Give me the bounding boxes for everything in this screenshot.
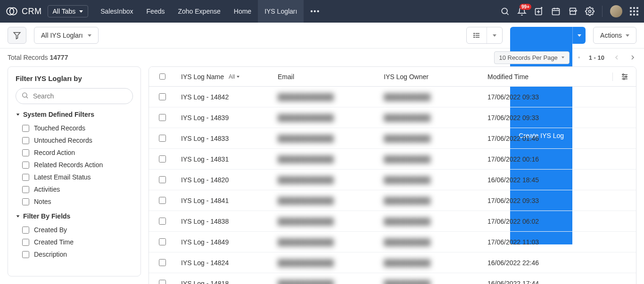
row-checkbox[interactable] xyxy=(159,176,166,183)
table-row[interactable]: IYS Log - 14820██████████████████████16/… xyxy=(149,170,636,190)
nav-item[interactable]: Home xyxy=(227,0,258,23)
filter-checkbox[interactable] xyxy=(22,251,29,258)
filter-checkbox[interactable] xyxy=(22,149,29,156)
calendar-icon[interactable] xyxy=(551,7,561,16)
table-row[interactable]: IYS Log - 14841██████████████████████17/… xyxy=(149,190,636,211)
actions-button[interactable]: Actions xyxy=(593,27,636,44)
filter-search-input[interactable] xyxy=(16,88,133,104)
create-dropdown-button[interactable] xyxy=(572,27,586,44)
filter-toggle-button[interactable] xyxy=(8,27,26,44)
table-row[interactable]: IYS Log - 14818██████████████████████16/… xyxy=(149,273,636,284)
row-checkbox[interactable] xyxy=(159,114,166,121)
row-checkbox[interactable] xyxy=(159,155,166,162)
cell-time: 16/06/2022 17:44 xyxy=(482,280,612,284)
nav-item[interactable]: Zoho Expense xyxy=(171,0,227,23)
table-row[interactable]: IYS Log - 14849██████████████████████17/… xyxy=(149,232,636,252)
filter-option[interactable]: Notes xyxy=(16,195,133,208)
name-filter-pill[interactable]: All xyxy=(229,73,239,80)
nav-item[interactable]: SalesInbox xyxy=(94,0,140,23)
filter-option[interactable]: Untouched Records xyxy=(16,134,133,146)
create-icon[interactable] xyxy=(534,7,544,16)
cell-owner: ██████████ xyxy=(378,238,482,246)
col-header-time[interactable]: Modified Time xyxy=(482,73,612,81)
cell-time: 17/06/2022 09:33 xyxy=(482,114,612,122)
svg-point-30 xyxy=(623,78,625,80)
filter-checkbox[interactable] xyxy=(22,137,29,144)
filter-checkbox[interactable] xyxy=(22,162,29,169)
cell-email: ████████████ xyxy=(272,135,378,142)
filter-option[interactable]: Created Time xyxy=(16,236,133,248)
cell-name: IYS Log - 14842 xyxy=(175,93,272,101)
cell-email: ████████████ xyxy=(272,280,378,284)
nav-item[interactable]: Feeds xyxy=(140,0,172,23)
row-select-cell xyxy=(149,280,175,284)
filter-checkbox[interactable] xyxy=(22,198,29,205)
row-checkbox[interactable] xyxy=(159,280,166,284)
brand-text: CRM xyxy=(22,7,42,16)
brand-logo-icon xyxy=(6,5,18,17)
table-row[interactable]: IYS Log - 14842██████████████████████17/… xyxy=(149,87,636,107)
marketplace-icon[interactable] xyxy=(568,7,578,16)
row-checkbox[interactable] xyxy=(159,238,166,245)
col-header-name[interactable]: IYS Log Name All xyxy=(175,73,272,81)
settings-icon[interactable] xyxy=(585,7,594,16)
table-row[interactable]: IYS Log - 14838██████████████████████17/… xyxy=(149,211,636,232)
nav-more-button[interactable]: ••• xyxy=(304,8,327,15)
filter-option[interactable]: Related Records Action xyxy=(16,159,133,171)
filter-group-header[interactable]: System Defined Filters xyxy=(16,111,133,118)
cell-owner: ██████████ xyxy=(378,155,482,163)
filter-option[interactable]: Activities xyxy=(16,183,133,195)
cell-email: ████████████ xyxy=(272,155,378,163)
table-settings-button[interactable] xyxy=(612,73,636,81)
brand[interactable]: CRM xyxy=(6,5,42,17)
table-row[interactable]: IYS Log - 14839██████████████████████17/… xyxy=(149,107,636,128)
col-header-email[interactable]: Email xyxy=(272,73,378,81)
cell-time: 17/06/2022 09:33 xyxy=(482,93,612,101)
avatar[interactable] xyxy=(610,5,622,17)
filter-checkbox[interactable] xyxy=(22,227,29,234)
row-checkbox[interactable] xyxy=(159,218,166,225)
table-row[interactable]: IYS Log - 14833██████████████████████17/… xyxy=(149,128,636,149)
records-table: IYS Log Name All Email IYS Log Owner Mod… xyxy=(149,66,636,284)
filter-group-header[interactable]: Filter By Fields xyxy=(16,212,133,220)
filter-checkbox[interactable] xyxy=(22,125,29,132)
caret-down-icon xyxy=(561,57,564,58)
select-all-checkbox[interactable] xyxy=(159,73,165,80)
actions-label: Actions xyxy=(600,32,622,39)
list-layout-button[interactable] xyxy=(467,27,487,43)
svg-line-3 xyxy=(507,13,509,15)
table-row[interactable]: IYS Log - 14831██████████████████████17/… xyxy=(149,149,636,170)
table-row[interactable]: IYS Log - 14824██████████████████████16/… xyxy=(149,252,636,273)
row-checkbox[interactable] xyxy=(159,93,166,100)
filter-option-label: Related Records Action xyxy=(34,161,103,169)
top-nav: CRM All Tabs SalesInboxFeedsZoho Expense… xyxy=(0,0,644,23)
caret-down-icon xyxy=(88,34,91,37)
view-selector[interactable]: All IYS Logları xyxy=(34,27,99,44)
filter-option[interactable]: Record Action xyxy=(16,146,133,159)
caret-down-icon xyxy=(578,34,581,37)
prev-page-button[interactable] xyxy=(613,54,620,61)
filter-option[interactable]: Touched Records xyxy=(16,122,133,134)
filter-checkbox[interactable] xyxy=(22,186,29,193)
svg-point-18 xyxy=(474,33,474,33)
search-icon[interactable] xyxy=(500,7,510,16)
next-page-button[interactable] xyxy=(629,54,636,61)
view-selector-label: All IYS Logları xyxy=(41,32,83,39)
row-checkbox[interactable] xyxy=(159,197,166,204)
row-checkbox[interactable] xyxy=(159,259,166,266)
apps-grid-icon[interactable] xyxy=(630,7,638,16)
filter-option[interactable]: Description xyxy=(16,248,133,260)
nav-item[interactable]: IYS Logları xyxy=(258,0,304,23)
svg-marker-23 xyxy=(17,114,20,115)
all-tabs-dropdown[interactable]: All Tabs xyxy=(48,5,89,17)
row-checkbox[interactable] xyxy=(159,135,166,142)
filter-checkbox[interactable] xyxy=(22,239,29,246)
per-page-selector[interactable]: 10 Records Per Page xyxy=(494,51,570,64)
layout-dropdown-button[interactable] xyxy=(487,27,502,43)
notifications-icon[interactable]: 99+ xyxy=(517,7,527,16)
filter-option[interactable]: Latest Email Status xyxy=(16,171,133,183)
row-select-cell xyxy=(149,259,175,266)
filter-option[interactable]: Created By xyxy=(16,224,133,236)
col-header-owner[interactable]: IYS Log Owner xyxy=(378,73,482,81)
filter-checkbox[interactable] xyxy=(22,174,29,181)
